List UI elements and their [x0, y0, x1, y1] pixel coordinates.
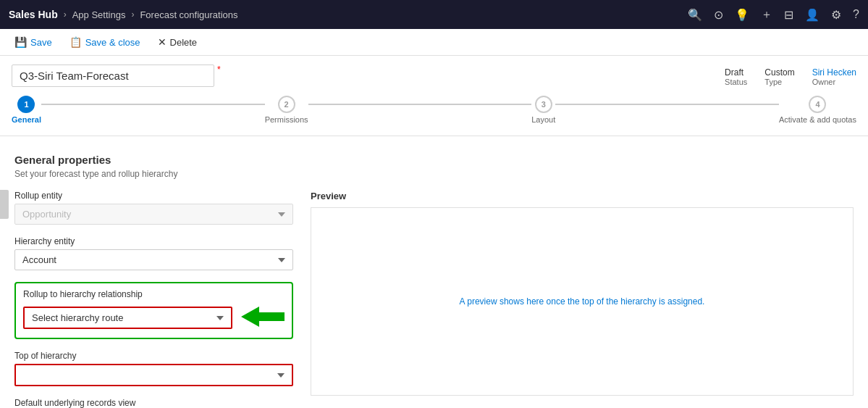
status-value: Draft [725, 67, 743, 78]
rollup-entity-group: Rollup entity Opportunity [14, 191, 293, 225]
scroll-indicator[interactable] [0, 190, 9, 219]
step-2-label: Permissions [265, 115, 308, 124]
status-meta: Draft Status [725, 67, 747, 86]
nav-breadcrumb-app[interactable]: App Settings [72, 9, 126, 20]
step-3-label: Layout [531, 115, 555, 124]
nav-brand[interactable]: Sales Hub [9, 9, 58, 20]
hierarchy-entity-group: Hierarchy entity Account [14, 236, 293, 270]
step-3-circle: 3 [535, 96, 552, 113]
nav-icons: 🔍 ⊙ 💡 ＋ ⊟ 👤 ⚙ ? [688, 7, 859, 22]
rollup-hierarchy-row: Select hierarchy route [23, 304, 285, 332]
svg-marker-0 [241, 307, 285, 327]
rollup-entity-select[interactable]: Opportunity [14, 204, 293, 225]
preview-label: Preview [311, 191, 854, 201]
nav-left: Sales Hub › App Settings › Forecast conf… [9, 9, 238, 20]
step-line-3 [555, 104, 779, 105]
settings-icon[interactable]: ⚙ [831, 8, 841, 22]
delete-icon: ✕ [158, 36, 167, 48]
save-close-icon: 📋 [69, 36, 82, 48]
main-content: General properties Set your forecast typ… [0, 142, 868, 408]
nav-bar: Sales Hub › App Settings › Forecast conf… [0, 0, 868, 29]
rollup-entity-label: Rollup entity [14, 191, 293, 201]
top-of-hierarchy-group: Top of hierarchy [14, 351, 293, 386]
nav-separator: › [64, 9, 67, 20]
nav-breadcrumb-page: Forecast configurations [140, 9, 237, 20]
step-4-circle: 4 [809, 96, 826, 113]
search-icon[interactable]: 🔍 [688, 8, 702, 22]
rollup-hierarchy-group: Rollup to hierarchy relationship Select … [14, 282, 293, 339]
lightbulb-icon[interactable]: 💡 [735, 8, 749, 22]
top-of-hierarchy-label: Top of hierarchy [14, 351, 293, 361]
step-1[interactable]: 1 General [12, 96, 41, 124]
step-2[interactable]: 2 Permissions [265, 96, 308, 124]
green-arrow [241, 304, 285, 332]
plus-icon[interactable]: ＋ [761, 7, 772, 22]
person-icon[interactable]: 👤 [805, 8, 819, 22]
section-subtitle: Set your forecast type and rollup hierar… [14, 169, 854, 179]
forecast-name-input[interactable] [12, 64, 214, 87]
nav-separator-2: › [131, 9, 134, 20]
owner-meta: Siri Hecken Owner [812, 67, 856, 86]
rollup-hierarchy-label: Rollup to hierarchy relationship [23, 289, 285, 299]
step-3[interactable]: 3 Layout [531, 96, 555, 124]
step-1-circle: 1 [17, 96, 35, 113]
step-4[interactable]: 4 Activate & add quotas [779, 96, 856, 124]
step-4-label: Activate & add quotas [779, 115, 856, 124]
rollup-hierarchy-select[interactable]: Select hierarchy route [23, 307, 232, 329]
preview-container: A preview shows here once the top of the… [311, 207, 854, 396]
default-underlying-group: Default underlying records view [14, 398, 293, 408]
required-marker: * [217, 64, 221, 75]
save-close-button[interactable]: 📋 Save & close [67, 35, 143, 49]
default-underlying-label: Default underlying records view [14, 398, 293, 408]
help-icon[interactable]: ? [853, 8, 859, 21]
hierarchy-entity-label: Hierarchy entity [14, 236, 293, 246]
owner-label: Owner [812, 78, 835, 86]
step-line-2 [308, 104, 532, 105]
step-1-label: General [12, 115, 41, 124]
preview-message: A preview shows here once the top of the… [460, 296, 705, 307]
form-right: Preview A preview shows here once the to… [311, 191, 854, 408]
form-header: * Draft Status Custom Type Siri Hecken O… [0, 56, 868, 87]
form-layout: Rollup entity Opportunity Hierarchy enti… [14, 191, 854, 408]
delete-button[interactable]: ✕ Delete [155, 35, 201, 49]
form-meta: Draft Status Custom Type Siri Hecken Own… [725, 67, 856, 86]
step-2-circle: 2 [278, 96, 295, 113]
form-left: Rollup entity Opportunity Hierarchy enti… [14, 191, 293, 408]
section-title: General properties [14, 154, 854, 166]
status-label: Status [725, 78, 747, 86]
title-area: * [12, 64, 221, 87]
check-circle-icon[interactable]: ⊙ [714, 8, 723, 22]
type-value: Custom [764, 67, 794, 78]
save-icon: 💾 [14, 36, 27, 48]
top-of-hierarchy-select[interactable] [14, 364, 293, 386]
type-label: Type [764, 78, 782, 86]
divider [0, 136, 868, 136]
owner-value: Siri Hecken [812, 67, 856, 78]
type-meta: Custom Type [764, 67, 794, 86]
steps-container: 1 General 2 Permissions 3 Layout 4 Activ… [0, 87, 868, 136]
filter-icon[interactable]: ⊟ [784, 8, 793, 22]
save-button[interactable]: 💾 Save [12, 35, 55, 49]
step-line-1 [41, 104, 265, 105]
toolbar: 💾 Save 📋 Save & close ✕ Delete [0, 29, 868, 56]
hierarchy-entity-select[interactable]: Account [14, 249, 293, 270]
